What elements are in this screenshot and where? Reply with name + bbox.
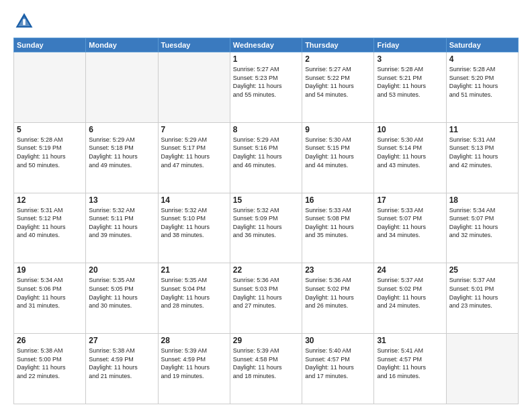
calendar-cell	[446, 334, 518, 404]
day-number: 11	[449, 125, 515, 134]
cell-info: Sunrise: 5:29 AM Sunset: 5:16 PM Dayligh…	[233, 136, 299, 169]
calendar-cell: 15Sunrise: 5:32 AM Sunset: 5:09 PM Dayli…	[230, 193, 302, 263]
calendar-cell	[86, 52, 158, 123]
day-number: 19	[17, 265, 83, 275]
calendar-cell: 3Sunrise: 5:28 AM Sunset: 5:21 PM Daylig…	[374, 52, 446, 123]
day-number: 15	[233, 195, 299, 205]
calendar-week-1: 1Sunrise: 5:27 AM Sunset: 5:23 PM Daylig…	[14, 52, 519, 123]
day-number: 27	[89, 336, 154, 345]
calendar-cell: 21Sunrise: 5:35 AM Sunset: 5:04 PM Dayli…	[158, 263, 230, 334]
day-number: 21	[161, 265, 227, 275]
cell-info: Sunrise: 5:39 AM Sunset: 4:58 PM Dayligh…	[233, 347, 299, 380]
day-number: 20	[89, 265, 154, 275]
cell-info: Sunrise: 5:32 AM Sunset: 5:09 PM Dayligh…	[233, 206, 299, 240]
day-number: 3	[377, 54, 443, 64]
day-number: 23	[305, 265, 371, 275]
col-header-saturday: Saturday	[446, 38, 518, 52]
cell-info: Sunrise: 5:28 AM Sunset: 5:21 PM Dayligh…	[377, 65, 443, 99]
calendar-cell: 19Sunrise: 5:34 AM Sunset: 5:06 PM Dayli…	[14, 263, 86, 334]
calendar-cell: 18Sunrise: 5:34 AM Sunset: 5:07 PM Dayli…	[446, 193, 518, 263]
cell-info: Sunrise: 5:28 AM Sunset: 5:19 PM Dayligh…	[17, 136, 83, 169]
cell-info: Sunrise: 5:36 AM Sunset: 5:03 PM Dayligh…	[233, 276, 299, 310]
day-number: 28	[161, 336, 227, 345]
cell-info: Sunrise: 5:27 AM Sunset: 5:22 PM Dayligh…	[305, 65, 371, 99]
calendar-cell: 7Sunrise: 5:29 AM Sunset: 5:17 PM Daylig…	[158, 122, 230, 193]
cell-info: Sunrise: 5:27 AM Sunset: 5:23 PM Dayligh…	[233, 65, 299, 99]
col-header-wednesday: Wednesday	[230, 38, 302, 52]
cell-info: Sunrise: 5:29 AM Sunset: 5:18 PM Dayligh…	[89, 136, 154, 169]
calendar-cell: 31Sunrise: 5:41 AM Sunset: 4:57 PM Dayli…	[374, 334, 446, 404]
calendar-cell	[14, 52, 86, 123]
cell-info: Sunrise: 5:41 AM Sunset: 4:57 PM Dayligh…	[377, 347, 443, 380]
cell-info: Sunrise: 5:31 AM Sunset: 5:13 PM Dayligh…	[449, 136, 515, 169]
cell-info: Sunrise: 5:37 AM Sunset: 5:01 PM Dayligh…	[449, 276, 515, 310]
calendar-cell: 12Sunrise: 5:31 AM Sunset: 5:12 PM Dayli…	[14, 193, 86, 263]
calendar-week-3: 12Sunrise: 5:31 AM Sunset: 5:12 PM Dayli…	[14, 193, 519, 263]
day-number: 2	[305, 54, 371, 64]
calendar-cell: 9Sunrise: 5:30 AM Sunset: 5:15 PM Daylig…	[302, 122, 374, 193]
day-number: 24	[377, 265, 443, 275]
col-header-friday: Friday	[374, 38, 446, 52]
calendar-cell: 26Sunrise: 5:38 AM Sunset: 5:00 PM Dayli…	[14, 334, 86, 404]
calendar-cell: 5Sunrise: 5:28 AM Sunset: 5:19 PM Daylig…	[14, 122, 86, 193]
page: SundayMondayTuesdayWednesdayThursdayFrid…	[0, 0, 532, 411]
day-number: 4	[449, 54, 515, 64]
cell-info: Sunrise: 5:38 AM Sunset: 4:59 PM Dayligh…	[89, 347, 154, 380]
day-number: 29	[233, 336, 299, 345]
calendar-week-4: 19Sunrise: 5:34 AM Sunset: 5:06 PM Dayli…	[14, 263, 519, 334]
calendar-cell: 6Sunrise: 5:29 AM Sunset: 5:18 PM Daylig…	[86, 122, 158, 193]
day-number: 25	[449, 265, 515, 275]
logo	[13, 11, 38, 32]
cell-info: Sunrise: 5:39 AM Sunset: 4:59 PM Dayligh…	[161, 347, 227, 380]
cell-info: Sunrise: 5:34 AM Sunset: 5:06 PM Dayligh…	[17, 276, 83, 310]
day-number: 22	[233, 265, 299, 275]
calendar-cell: 24Sunrise: 5:37 AM Sunset: 5:02 PM Dayli…	[374, 263, 446, 334]
day-number: 18	[449, 195, 515, 205]
cell-info: Sunrise: 5:40 AM Sunset: 4:57 PM Dayligh…	[305, 347, 371, 380]
calendar-cell: 1Sunrise: 5:27 AM Sunset: 5:23 PM Daylig…	[230, 52, 302, 123]
col-header-tuesday: Tuesday	[158, 38, 230, 52]
cell-info: Sunrise: 5:33 AM Sunset: 5:08 PM Dayligh…	[305, 206, 371, 240]
calendar-cell: 27Sunrise: 5:38 AM Sunset: 4:59 PM Dayli…	[86, 334, 158, 404]
calendar-cell: 10Sunrise: 5:30 AM Sunset: 5:14 PM Dayli…	[374, 122, 446, 193]
day-number: 14	[161, 195, 227, 205]
logo-icon	[13, 11, 35, 32]
day-number: 13	[89, 195, 154, 205]
col-header-sunday: Sunday	[14, 38, 86, 52]
day-number: 17	[377, 195, 443, 205]
cell-info: Sunrise: 5:37 AM Sunset: 5:02 PM Dayligh…	[377, 276, 443, 310]
calendar-cell: 28Sunrise: 5:39 AM Sunset: 4:59 PM Dayli…	[158, 334, 230, 404]
calendar-cell: 20Sunrise: 5:35 AM Sunset: 5:05 PM Dayli…	[86, 263, 158, 334]
calendar-cell: 30Sunrise: 5:40 AM Sunset: 4:57 PM Dayli…	[302, 334, 374, 404]
day-number: 6	[89, 125, 154, 134]
calendar-cell: 29Sunrise: 5:39 AM Sunset: 4:58 PM Dayli…	[230, 334, 302, 404]
cell-info: Sunrise: 5:30 AM Sunset: 5:15 PM Dayligh…	[305, 136, 371, 169]
day-number: 12	[17, 195, 83, 205]
calendar-cell: 13Sunrise: 5:32 AM Sunset: 5:11 PM Dayli…	[86, 193, 158, 263]
cell-info: Sunrise: 5:34 AM Sunset: 5:07 PM Dayligh…	[449, 206, 515, 240]
cell-info: Sunrise: 5:35 AM Sunset: 5:04 PM Dayligh…	[161, 276, 227, 310]
calendar-cell: 11Sunrise: 5:31 AM Sunset: 5:13 PM Dayli…	[446, 122, 518, 193]
calendar-cell: 2Sunrise: 5:27 AM Sunset: 5:22 PM Daylig…	[302, 52, 374, 123]
calendar-header-row: SundayMondayTuesdayWednesdayThursdayFrid…	[14, 38, 519, 52]
calendar-week-2: 5Sunrise: 5:28 AM Sunset: 5:19 PM Daylig…	[14, 122, 519, 193]
calendar-cell: 22Sunrise: 5:36 AM Sunset: 5:03 PM Dayli…	[230, 263, 302, 334]
cell-info: Sunrise: 5:33 AM Sunset: 5:07 PM Dayligh…	[377, 206, 443, 240]
calendar-cell: 4Sunrise: 5:28 AM Sunset: 5:20 PM Daylig…	[446, 52, 518, 123]
calendar-cell: 17Sunrise: 5:33 AM Sunset: 5:07 PM Dayli…	[374, 193, 446, 263]
day-number: 31	[377, 336, 443, 345]
calendar-cell: 25Sunrise: 5:37 AM Sunset: 5:01 PM Dayli…	[446, 263, 518, 334]
day-number: 9	[305, 125, 371, 134]
cell-info: Sunrise: 5:38 AM Sunset: 5:00 PM Dayligh…	[17, 347, 83, 380]
header	[13, 11, 519, 32]
cell-info: Sunrise: 5:31 AM Sunset: 5:12 PM Dayligh…	[17, 206, 83, 240]
day-number: 16	[305, 195, 371, 205]
day-number: 7	[161, 125, 227, 134]
calendar-cell: 8Sunrise: 5:29 AM Sunset: 5:16 PM Daylig…	[230, 122, 302, 193]
cell-info: Sunrise: 5:30 AM Sunset: 5:14 PM Dayligh…	[377, 136, 443, 169]
day-number: 8	[233, 125, 299, 134]
day-number: 1	[233, 54, 299, 64]
calendar-cell: 16Sunrise: 5:33 AM Sunset: 5:08 PM Dayli…	[302, 193, 374, 263]
day-number: 5	[17, 125, 83, 134]
cell-info: Sunrise: 5:32 AM Sunset: 5:10 PM Dayligh…	[161, 206, 227, 240]
